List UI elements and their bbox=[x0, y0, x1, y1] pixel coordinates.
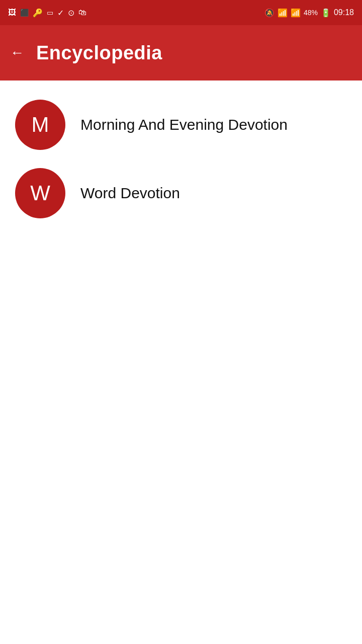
avatar-m: M bbox=[15, 100, 65, 150]
status-bar: 🖼 ⬛ 🔑 ▭ ✓ ⊙ 🛍 🔕 📶 📶 48% 🔋 09:18 bbox=[0, 0, 362, 25]
list-item-word-devotion[interactable]: W Word Devotion bbox=[0, 159, 362, 227]
back-button[interactable]: ← bbox=[10, 45, 24, 61]
page-title: Encyclopedia bbox=[36, 42, 162, 64]
avatar-letter-w: W bbox=[30, 181, 50, 205]
device-icon: ▭ bbox=[47, 9, 53, 17]
signal-icon: 📶 bbox=[291, 8, 301, 18]
list-item-morning-devotion[interactable]: M Morning And Evening Devotion bbox=[0, 91, 362, 159]
app-bar: ← Encyclopedia bbox=[0, 25, 362, 80]
wifi-icon: 📶 bbox=[278, 8, 288, 18]
encyclopedia-list: M Morning And Evening Devotion W Word De… bbox=[0, 80, 362, 237]
status-time: 09:18 bbox=[334, 8, 354, 17]
status-bar-left-icons: 🖼 ⬛ 🔑 ▭ ✓ ⊙ 🛍 bbox=[8, 8, 86, 18]
item-label-word-devotion: Word Devotion bbox=[80, 185, 180, 202]
avatar-letter-m: M bbox=[32, 113, 49, 137]
image-icon: 🖼 bbox=[8, 8, 16, 17]
key-icon: 🔑 bbox=[33, 8, 43, 18]
bag-icon: 🛍 bbox=[78, 8, 86, 17]
status-bar-right-icons: 🔕 📶 📶 48% 🔋 09:18 bbox=[264, 8, 354, 18]
item-label-morning-devotion: Morning And Evening Devotion bbox=[80, 116, 288, 133]
mute-icon: 🔕 bbox=[264, 8, 275, 18]
timer-icon: ⊙ bbox=[68, 8, 74, 18]
battery-percentage: 48% bbox=[304, 9, 318, 17]
app-icon: ⬛ bbox=[20, 9, 29, 17]
battery-icon: 🔋 bbox=[321, 8, 331, 18]
back-arrow-icon: ← bbox=[10, 45, 24, 61]
check-icon: ✓ bbox=[57, 8, 64, 18]
avatar-w: W bbox=[15, 168, 65, 218]
